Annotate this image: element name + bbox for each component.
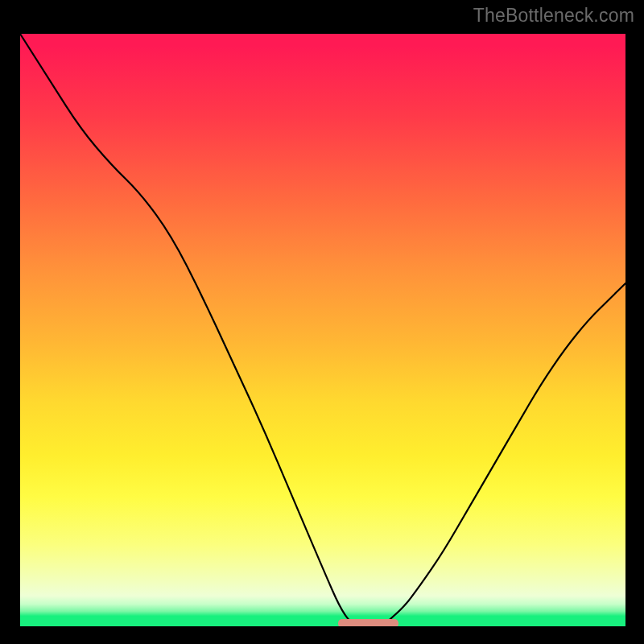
curve-layer xyxy=(20,34,625,628)
right-curve xyxy=(383,283,625,625)
plot-area xyxy=(20,34,625,628)
chart-frame: TheBottleneck.com xyxy=(0,0,644,644)
watermark-text: TheBottleneck.com xyxy=(473,5,634,27)
left-curve xyxy=(20,34,353,625)
x-axis-line xyxy=(20,626,625,628)
